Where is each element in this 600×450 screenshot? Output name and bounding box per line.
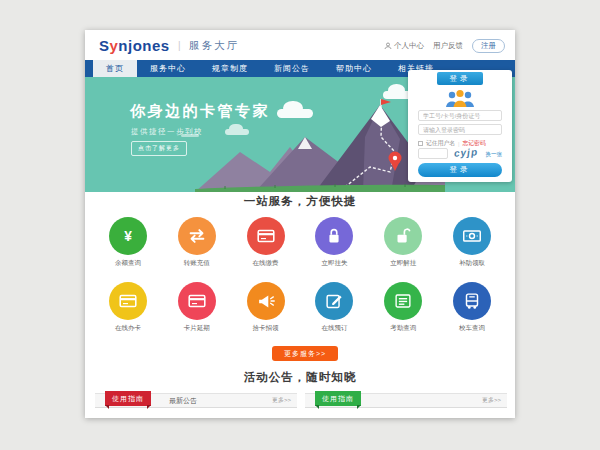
hero-cta-button[interactable]: 点击了解更多 [131,141,187,156]
person-icon [384,42,392,50]
login-tab[interactable]: 登录 [437,72,483,85]
service-label: 校车查询 [441,324,503,333]
service-item[interactable]: 立即解挂 [372,217,434,268]
options-separator: | [458,141,460,147]
list-icon [384,282,422,320]
password-input[interactable] [418,124,502,135]
service-label: 余额查询 [97,259,159,268]
card-icon [247,217,285,255]
service-label: 在线缴费 [235,259,297,268]
service-label: 拾卡招领 [235,324,297,333]
more-services-button[interactable]: 更多服务>> [272,346,338,361]
site-header: Synjones | 服务大厅 个人中心 用户反馈 注册 [85,30,515,60]
card-icon [178,282,216,320]
megaphone-icon [247,282,285,320]
service-item[interactable]: 卡片延期 [166,282,228,333]
nav-item-1[interactable]: 服务中心 [137,60,199,77]
captcha-image[interactable]: cyjp [454,146,479,159]
usage-guide-tab[interactable]: 使用指南 [105,391,151,406]
user-feedback-link[interactable]: 用户反馈 [433,41,463,51]
unlock-icon [384,217,422,255]
remember-label: 记住用户名 [426,139,455,148]
nav-item-3[interactable]: 新闻公告 [261,60,323,77]
usage-guide-tab[interactable]: 使用指南 [315,391,361,406]
more-link[interactable]: 更多>> [482,393,501,408]
banknote-icon [453,217,491,255]
service-item[interactable]: 立即挂失 [303,217,365,268]
services-row-1: ¥余额查询转账充值在线缴费立即挂失立即解挂补助领取 [97,217,503,268]
captcha-refresh-link[interactable]: 换一张 [486,151,503,158]
service-item[interactable]: 校车查询 [441,282,503,333]
bus-icon [453,282,491,320]
register-button[interactable]: 注册 [472,39,505,53]
nav-item-2[interactable]: 规章制度 [199,60,261,77]
service-item[interactable]: 在线缴费 [235,217,297,268]
announcements-left-panel: 使用指南 最新公告 更多>> [95,393,297,418]
latest-announcements-tab[interactable]: 最新公告 [169,393,197,408]
service-item[interactable]: 拾卡招领 [235,282,297,333]
card-icon [109,282,147,320]
site-name: 服务大厅 [189,39,239,53]
service-item[interactable]: 在线办卡 [97,282,159,333]
service-label: 立即挂失 [303,259,365,268]
service-label: 在线预订 [303,324,365,333]
service-label: 考勤查询 [372,324,434,333]
logo-divider: | [178,40,181,51]
service-label: 转账充值 [166,259,228,268]
transfer-icon [178,217,216,255]
remember-checkbox[interactable] [418,141,423,146]
announcements-section-title: 活动公告，随时知晓 [85,370,515,385]
service-item[interactable]: 转账充值 [166,217,228,268]
announcements-right-panel: 使用指南 更多>> [305,393,507,418]
services-row-2: 在线办卡卡片延期拾卡招领在线预订考勤查询校车查询 [97,282,503,333]
service-label: 在线办卡 [97,324,159,333]
yen-icon: ¥ [109,217,147,255]
service-label: 补助领取 [441,259,503,268]
service-label: 立即解挂 [372,259,434,268]
nav-item-4[interactable]: 帮助中心 [323,60,385,77]
service-item[interactable]: ¥余额查询 [97,217,159,268]
login-submit-button[interactable]: 登录 [418,163,502,177]
service-item[interactable]: 补助领取 [441,217,503,268]
personal-center-link[interactable]: 个人中心 [384,41,424,51]
service-item[interactable]: 在线预订 [303,282,365,333]
lock-icon [315,217,353,255]
login-panel: 登录 记住用户名 | 忘记密码 cyjp 换一张 登录 [408,70,512,182]
captcha-input[interactable] [418,148,448,159]
service-item[interactable]: 考勤查询 [372,282,434,333]
service-label: 卡片延期 [166,324,228,333]
svg-text:¥: ¥ [124,229,132,244]
edit-icon [315,282,353,320]
username-input[interactable] [418,110,502,121]
users-group-icon [444,89,476,108]
nav-item-0[interactable]: 首页 [93,60,137,77]
services-section-title: 一站服务，方便快捷 [85,194,515,209]
logo[interactable]: Synjones [99,37,170,54]
more-link[interactable]: 更多>> [272,393,291,408]
website-window: Synjones | 服务大厅 个人中心 用户反馈 注册 首页服务中心规章制度新… [85,30,515,418]
